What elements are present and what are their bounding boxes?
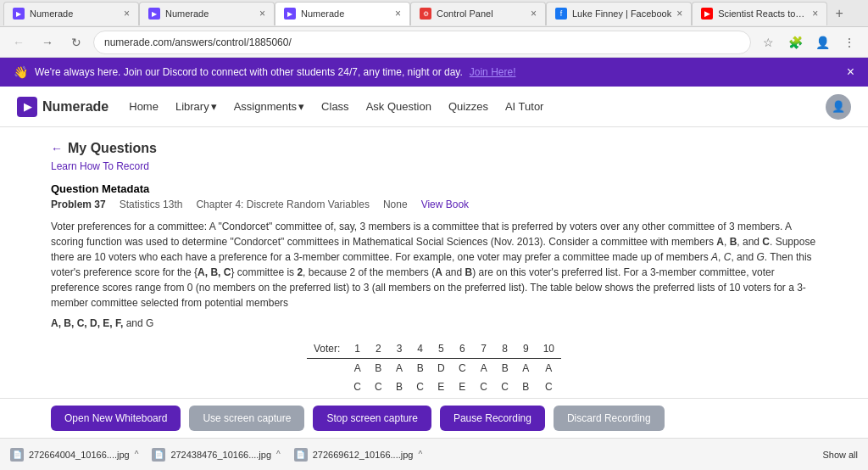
back-arrow-icon: ← xyxy=(51,142,63,155)
forward-button[interactable]: → xyxy=(36,31,59,54)
refresh-button[interactable]: ↻ xyxy=(64,31,88,54)
stop-capture-button[interactable]: Stop screen capture xyxy=(313,406,431,431)
tab-title-6: Scientist Reacts to 'Fossil Ri... xyxy=(718,8,807,19)
tab-close-1[interactable]: × xyxy=(124,8,130,20)
download-filename-2: 272438476_10166....jpg xyxy=(170,450,271,460)
browser-tab-6[interactable]: ▶ Scientist Reacts to 'Fossil Ri... × xyxy=(692,2,827,25)
problem-number: Problem 37 xyxy=(51,199,106,210)
tab-favicon-5: f xyxy=(555,8,567,20)
voter-num-1: 1 xyxy=(347,339,368,359)
download-chevron-2[interactable]: ^ xyxy=(276,450,281,459)
banner-link[interactable]: Join Here! xyxy=(470,66,516,78)
nav-assignments[interactable]: Assignments ▾ xyxy=(234,100,304,113)
table-row-1: ABABDCABAA xyxy=(307,359,561,378)
avatar[interactable]: 👤 xyxy=(826,94,851,120)
download-filename-1: 272664004_10166....jpg xyxy=(29,450,130,460)
use-screen-capture-button[interactable]: Use screen capture xyxy=(189,406,304,431)
browser-tab-2[interactable]: ▶ Numerade × xyxy=(139,2,275,25)
download-chevron-1[interactable]: ^ xyxy=(135,450,139,459)
tab-close-4[interactable]: × xyxy=(531,8,537,20)
main-content: ← My Questions Learn How To Record Quest… xyxy=(0,127,868,436)
question-paragraph-1: Voter preferences for a committee: A "Co… xyxy=(51,219,817,311)
voter-num-2: 2 xyxy=(368,339,389,359)
download-item-2: 📄 272438476_10166....jpg ^ xyxy=(152,448,280,462)
browser-tabs-bar: ▶ Numerade × ▶ Numerade × ▶ Numerade × ⚙… xyxy=(0,0,868,27)
tab-title-5: Luke Finney | Facebook xyxy=(572,8,671,19)
tab-favicon-1: ▶ xyxy=(13,8,25,20)
metadata-row: Problem 37 Statistics 13th Chapter 4: Di… xyxy=(51,199,817,210)
download-chevron-3[interactable]: ^ xyxy=(418,450,422,459)
nav-quizzes[interactable]: Quizzes xyxy=(448,100,488,113)
learn-how-link[interactable]: Learn How To Record xyxy=(51,160,149,172)
pause-recording-button[interactable]: Pause Recording xyxy=(440,406,545,431)
view-book-link[interactable]: View Book xyxy=(421,199,469,210)
logo-icon: ▶ xyxy=(17,97,37,117)
nav-ask-question[interactable]: Ask Question xyxy=(366,100,431,113)
tab-close-6[interactable]: × xyxy=(812,8,818,20)
bottom-toolbar: Open New Whiteboard Use screen capture S… xyxy=(0,398,868,438)
nav-ai-tutor[interactable]: AI Tutor xyxy=(505,100,544,113)
nav-links: Home Library ▾ Assignments ▾ Class Ask Q… xyxy=(129,100,805,113)
open-whiteboard-button[interactable]: Open New Whiteboard xyxy=(51,406,181,431)
tab-close-3[interactable]: × xyxy=(395,8,401,20)
tab-close-5[interactable]: × xyxy=(676,8,682,20)
browser-controls: ← → ↻ numerade.com/answers/control/18850… xyxy=(0,27,868,58)
voter-num-5: 5 xyxy=(431,339,452,359)
browser-tab-4[interactable]: ⚙ Control Panel × xyxy=(410,2,546,25)
tab-favicon-3: ▶ xyxy=(284,8,296,20)
tab-title-2: Numerade xyxy=(165,8,254,19)
url-text: numerade.com/answers/control/1885060/ xyxy=(104,36,292,48)
breadcrumb-title: My Questions xyxy=(68,141,157,156)
navbar: ▶ Numerade Home Library ▾ Assignments ▾ … xyxy=(0,87,868,127)
voter-num-4: 4 xyxy=(409,339,431,359)
voter-num-10: 10 xyxy=(537,339,561,359)
download-file-icon-1: 📄 xyxy=(10,448,24,462)
breadcrumb[interactable]: ← My Questions xyxy=(51,141,817,156)
tab-favicon-4: ⚙ xyxy=(420,8,431,20)
tab-title-4: Control Panel xyxy=(437,8,526,19)
downloads-bar: 📄 272664004_10166....jpg ^ 📄 272438476_1… xyxy=(0,438,868,470)
tab-favicon-2: ▶ xyxy=(148,8,160,20)
nav-library[interactable]: Library ▾ xyxy=(175,100,217,113)
address-bar[interactable]: numerade.com/answers/control/1885060/ xyxy=(93,31,751,54)
browser-tab-3[interactable]: ▶ Numerade × xyxy=(275,2,410,25)
table-row-2: CCBCEECCBC xyxy=(307,378,561,396)
new-tab-button[interactable]: + xyxy=(827,2,851,25)
logo-text: Numerade xyxy=(42,99,108,115)
banner-content: 👋 We're always here. Join our Discord to… xyxy=(14,65,515,79)
discard-recording-button[interactable]: Discard Recording xyxy=(554,406,665,431)
book-name: Statistics 13th xyxy=(120,199,183,210)
download-file-icon-2: 📄 xyxy=(152,448,165,462)
voter-num-3: 3 xyxy=(389,339,410,359)
browser-tab-5[interactable]: f Luke Finney | Facebook × xyxy=(546,2,692,25)
voter-num-8: 8 xyxy=(494,339,515,359)
banner-emoji: 👋 xyxy=(14,65,28,79)
download-filename-3: 272669612_10166....jpg xyxy=(313,450,414,460)
tab-title-1: Numerade xyxy=(30,8,119,19)
banner-message: We're always here. Join our Discord to c… xyxy=(35,66,463,78)
metadata-section-label: Question Metadata xyxy=(51,182,817,195)
banner-close-button[interactable]: × xyxy=(847,64,854,80)
extensions-icon[interactable]: 🧩 xyxy=(783,31,807,54)
voter-label-cell: Voter: xyxy=(307,339,347,359)
account-icon[interactable]: 👤 xyxy=(810,31,834,54)
show-all-downloads-button[interactable]: Show all xyxy=(822,450,858,460)
voter-num-6: 6 xyxy=(452,339,473,359)
download-file-icon-3: 📄 xyxy=(294,448,308,462)
tab-title-3: Numerade xyxy=(301,8,390,19)
back-button[interactable]: ← xyxy=(7,31,31,54)
table-header-row: Voter: 1 2 3 4 5 6 7 8 9 10 xyxy=(307,339,561,359)
browser-tab-1[interactable]: ▶ Numerade × xyxy=(3,2,139,25)
nav-class[interactable]: Class xyxy=(321,100,349,113)
tab-favicon-6: ▶ xyxy=(701,8,713,20)
bookmark-icon[interactable]: ☆ xyxy=(756,31,780,54)
nav-home[interactable]: Home xyxy=(129,100,159,113)
download-item-3: 📄 272669612_10166....jpg ^ xyxy=(294,448,422,462)
discord-banner: 👋 We're always here. Join our Discord to… xyxy=(0,58,868,87)
menu-icon[interactable]: ⋮ xyxy=(837,31,861,54)
logo[interactable]: ▶ Numerade xyxy=(17,97,108,117)
voter-num-9: 9 xyxy=(515,339,537,359)
tab-close-2[interactable]: × xyxy=(259,8,265,20)
download-item-1: 📄 272664004_10166....jpg ^ xyxy=(10,448,138,462)
question-members-list: A, B, C, D, E, F, and G xyxy=(51,316,817,331)
